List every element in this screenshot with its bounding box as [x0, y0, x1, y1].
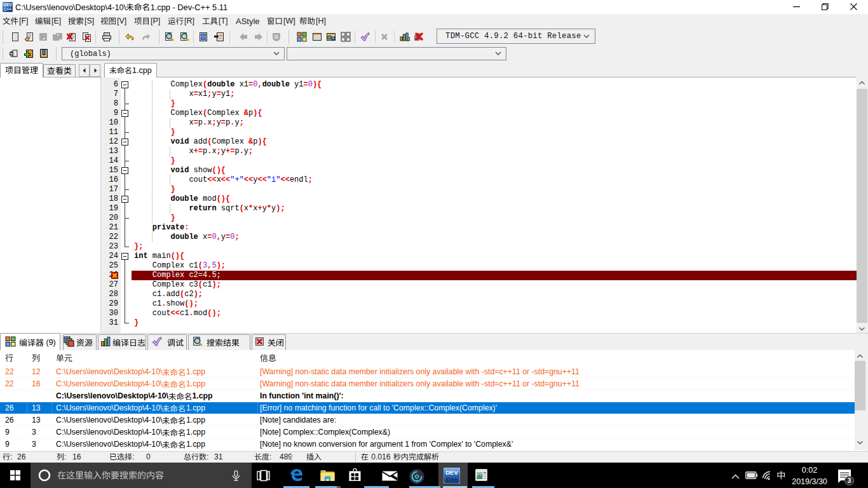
svg-text:C++: C++ [4, 7, 11, 11]
svg-text:C++: C++ [446, 476, 458, 483]
svg-text:3: 3 [848, 477, 851, 484]
svg-text:DEV: DEV [445, 469, 458, 476]
svg-text:DEV: DEV [3, 3, 12, 7]
